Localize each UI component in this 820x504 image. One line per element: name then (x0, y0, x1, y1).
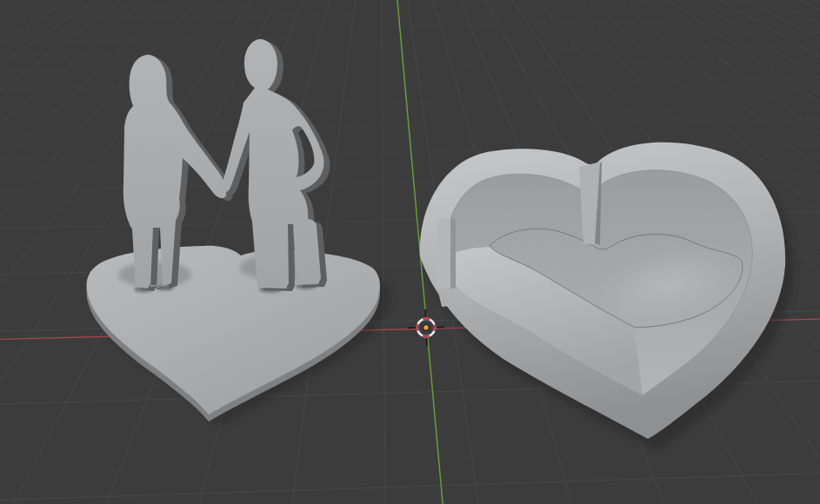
box-wall-slot-shade (450, 219, 456, 288)
cursor-center-dot (423, 325, 430, 331)
viewport-canvas[interactable] (0, 0, 820, 504)
blender-viewport[interactable] (0, 0, 820, 504)
